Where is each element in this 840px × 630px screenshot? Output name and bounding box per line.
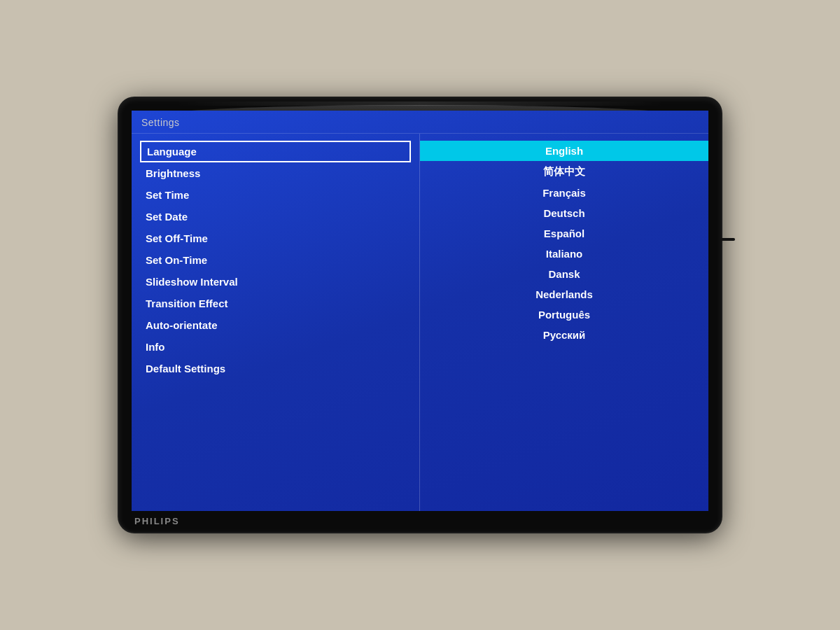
language-item[interactable]: Nederlands xyxy=(420,284,708,304)
cable xyxy=(721,238,735,241)
menu-item[interactable]: Set Time xyxy=(132,184,419,206)
screen-title: Settings xyxy=(141,117,180,128)
language-item[interactable]: Français xyxy=(420,183,708,203)
language-item[interactable]: English xyxy=(420,141,708,161)
menu-item[interactable]: Transition Effect xyxy=(132,293,419,314)
menu-item[interactable]: Set Date xyxy=(132,206,419,227)
device-frame: Settings LanguageBrightnessSet TimeSet D… xyxy=(119,98,721,532)
language-item[interactable]: Italiano xyxy=(420,244,708,264)
screen-inner: Settings LanguageBrightnessSet TimeSet D… xyxy=(132,111,708,511)
language-item[interactable]: Deutsch xyxy=(420,203,708,223)
screen-content: LanguageBrightnessSet TimeSet DateSet Of… xyxy=(132,134,708,511)
language-item[interactable]: Español xyxy=(420,223,708,244)
brand-label: PHILIPS xyxy=(134,516,180,526)
menu-item[interactable]: Set Off-Time xyxy=(132,227,419,249)
shine-decoration xyxy=(175,102,665,106)
language-item[interactable]: Dansk xyxy=(420,264,708,284)
menu-item[interactable]: Slideshow Interval xyxy=(132,271,419,293)
screen: Settings LanguageBrightnessSet TimeSet D… xyxy=(132,111,708,511)
language-item[interactable]: Português xyxy=(420,304,708,325)
language-item[interactable]: Русский xyxy=(420,325,708,345)
language-item[interactable]: 简体中文 xyxy=(420,161,708,183)
menu-item[interactable]: Brightness xyxy=(132,162,419,184)
menu-item[interactable]: Auto-orientate xyxy=(132,314,419,336)
menu-item[interactable]: Set On-Time xyxy=(132,249,419,271)
right-panel: English简体中文FrançaisDeutschEspañolItalian… xyxy=(420,134,708,511)
menu-item[interactable]: Language xyxy=(140,141,411,162)
left-panel: LanguageBrightnessSet TimeSet DateSet Of… xyxy=(132,134,420,511)
screen-header: Settings xyxy=(132,111,708,134)
menu-item[interactable]: Info xyxy=(132,336,419,358)
menu-item[interactable]: Default Settings xyxy=(132,358,419,379)
